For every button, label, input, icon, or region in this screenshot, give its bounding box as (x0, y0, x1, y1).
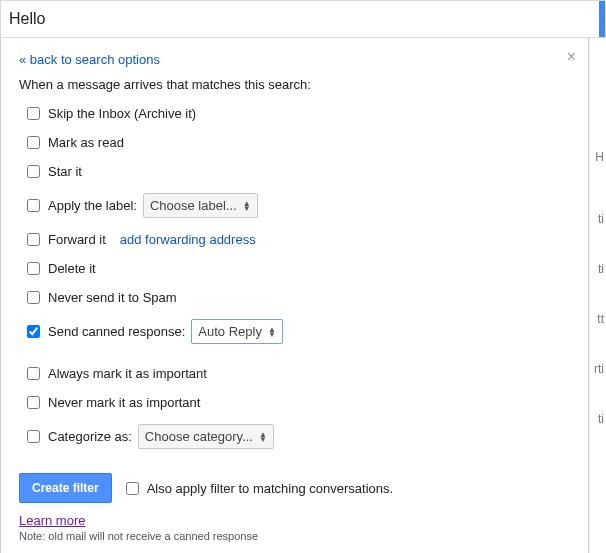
checkbox-apply-label[interactable] (27, 199, 40, 212)
bg-frag: ti (594, 262, 606, 276)
checkbox-star[interactable] (27, 165, 40, 178)
back-to-search-link[interactable]: « back to search options (19, 52, 160, 67)
checkbox-forward[interactable] (27, 233, 40, 246)
label-forward: Forward it (48, 232, 106, 247)
dropdown-text: Auto Reply (198, 324, 262, 339)
dropdown-text: Choose label... (150, 198, 237, 213)
dropdown-choose-label[interactable]: Choose label... ▲▼ (143, 193, 258, 218)
search-input[interactable] (9, 10, 597, 28)
checkbox-never-spam[interactable] (27, 291, 40, 304)
label-also-apply: Also apply filter to matching conversati… (147, 481, 393, 496)
dropdown-categorize[interactable]: Choose category... ▲▼ (138, 424, 274, 449)
option-delete: Delete it (19, 261, 570, 276)
bg-frag: rti (594, 362, 606, 376)
label-never-important: Never mark it as important (48, 395, 200, 410)
learn-more-link[interactable]: Learn more (19, 513, 85, 528)
checkbox-mark-read[interactable] (27, 136, 40, 149)
dropdown-arrows-icon: ▲▼ (243, 201, 251, 211)
intro-text: When a message arrives that matches this… (19, 77, 570, 92)
close-icon[interactable]: × (567, 48, 576, 66)
bg-frag: tt (594, 312, 606, 326)
option-apply-label: Apply the label: Choose label... ▲▼ (19, 193, 570, 218)
label-categorize: Categorize as: (48, 429, 132, 444)
label-never-spam: Never send it to Spam (48, 290, 177, 305)
dropdown-arrows-icon: ▲▼ (268, 327, 276, 337)
label-delete: Delete it (48, 261, 96, 276)
option-never-important: Never mark it as important (19, 395, 570, 410)
label-star: Star it (48, 164, 82, 179)
filter-panel: × « back to search options When a messag… (0, 38, 589, 553)
search-bar (0, 0, 606, 38)
checkbox-canned-response[interactable] (27, 325, 40, 338)
option-also-apply: Also apply filter to matching conversati… (126, 481, 393, 496)
option-skip-inbox: Skip the Inbox (Archive it) (19, 106, 570, 121)
label-always-important: Always mark it as important (48, 366, 207, 381)
dropdown-text: Choose category... (145, 429, 253, 444)
dropdown-canned-response[interactable]: Auto Reply ▲▼ (191, 319, 283, 344)
bg-frag: H (594, 150, 606, 164)
create-filter-button[interactable]: Create filter (19, 473, 112, 503)
label-canned-response: Send canned response: (48, 324, 185, 339)
checkbox-also-apply[interactable] (126, 482, 139, 495)
search-button[interactable] (599, 1, 605, 37)
footer-row: Create filter Also apply filter to match… (19, 473, 570, 503)
bg-frag: ti (594, 412, 606, 426)
add-forwarding-link[interactable]: add forwarding address (120, 232, 256, 247)
bg-frag: ti (594, 212, 606, 226)
label-mark-read: Mark as read (48, 135, 124, 150)
option-canned-response: Send canned response: Auto Reply ▲▼ (19, 319, 570, 344)
label-skip-inbox: Skip the Inbox (Archive it) (48, 106, 196, 121)
checkbox-never-important[interactable] (27, 396, 40, 409)
background-fragments: H ti ti tt rti ti (594, 150, 606, 462)
note-text: Note: old mail will not receive a canned… (19, 530, 570, 542)
checkbox-categorize[interactable] (27, 430, 40, 443)
option-forward: Forward it add forwarding address (19, 232, 570, 247)
option-star: Star it (19, 164, 570, 179)
dropdown-arrows-icon: ▲▼ (259, 432, 267, 442)
checkbox-delete[interactable] (27, 262, 40, 275)
option-always-important: Always mark it as important (19, 366, 570, 381)
checkbox-skip-inbox[interactable] (27, 107, 40, 120)
option-categorize: Categorize as: Choose category... ▲▼ (19, 424, 570, 449)
option-mark-read: Mark as read (19, 135, 570, 150)
label-apply-label: Apply the label: (48, 198, 137, 213)
option-never-spam: Never send it to Spam (19, 290, 570, 305)
checkbox-always-important[interactable] (27, 367, 40, 380)
